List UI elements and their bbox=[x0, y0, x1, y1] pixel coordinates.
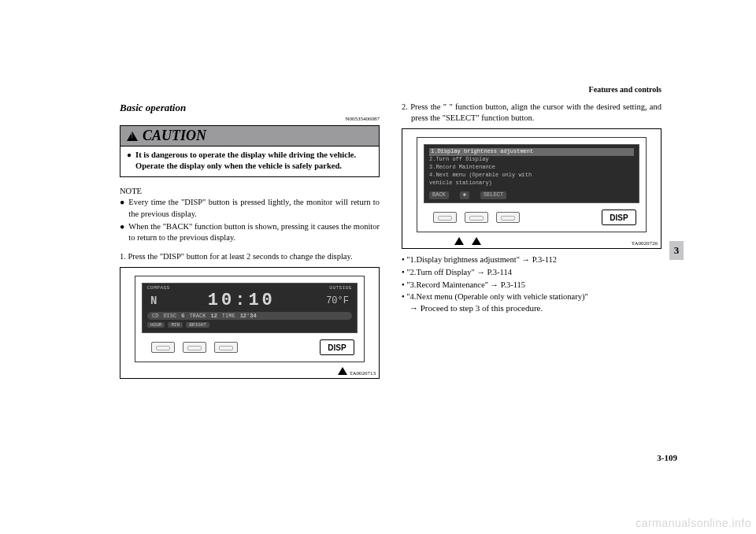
clock-time: 10:10 bbox=[208, 291, 276, 310]
section-header: Features and controls bbox=[120, 85, 662, 94]
section-title: Basic operation bbox=[120, 102, 380, 114]
note-list: ●Every time the "DISP" button is pressed… bbox=[120, 197, 380, 243]
menu-item: 3.Record Maintenance bbox=[429, 164, 634, 172]
soft-button[interactable] bbox=[214, 342, 238, 353]
left-column: Basic operation N00535400087 CAUTION ● I… bbox=[120, 102, 380, 384]
caution-label: CAUTION bbox=[143, 128, 206, 144]
soft-button[interactable] bbox=[465, 212, 488, 223]
arrow-up-icon bbox=[454, 237, 464, 245]
step-2: 2. Press the " " function button, align … bbox=[402, 102, 662, 124]
arrow-indicator bbox=[135, 364, 365, 375]
ref-item: "1.Display brightness adjustment" → P.3-… bbox=[402, 254, 662, 266]
ref-item: "4.Next menu (Operable only with vehicle… bbox=[402, 291, 662, 303]
figure-1: COMPASS OUTSIDE N 10:10 70°F CD DISC6 TR… bbox=[120, 267, 380, 379]
arrow-up-icon bbox=[338, 367, 347, 375]
softkey-labels: HOUR MIN BRIGHT bbox=[143, 321, 357, 328]
compass-label: COMPASS bbox=[147, 285, 170, 291]
menu-softkeys: BACK ◆ SELECT bbox=[429, 191, 634, 199]
watermark: carmanualsonline.info bbox=[636, 517, 751, 529]
caution-body: ● It is dangerous to operate the display… bbox=[120, 146, 379, 176]
button-row: DISP bbox=[142, 339, 358, 355]
note-item: ●When the "BACK" function button is show… bbox=[120, 221, 380, 243]
figure-id: TA0020726 bbox=[632, 240, 658, 247]
doc-code: N00535400087 bbox=[120, 116, 380, 122]
ref-item: "2.Turn off Display" → P.3-114 bbox=[402, 266, 662, 279]
chapter-tab: 3 bbox=[669, 241, 684, 260]
caution-text: It is dangerous to operate the display w… bbox=[135, 150, 372, 172]
soft-button[interactable] bbox=[433, 212, 457, 223]
figure-2: 1.Display brightness adjustment 2.Turn o… bbox=[402, 128, 662, 249]
right-column: 2. Press the " " function button, align … bbox=[402, 102, 662, 384]
figure-id: TA0020713 bbox=[350, 370, 376, 376]
arrow-indicators bbox=[417, 234, 647, 245]
soft-button[interactable] bbox=[151, 342, 175, 353]
soft-button[interactable] bbox=[183, 342, 206, 353]
nav-arrows-icon: ◆ bbox=[460, 191, 469, 199]
caution-header: CAUTION bbox=[120, 126, 379, 146]
reference-list: "1.Display brightness adjustment" → P.3-… bbox=[402, 254, 662, 303]
two-column-layout: Basic operation N00535400087 CAUTION ● I… bbox=[120, 102, 662, 384]
menu-item: 4.Next menu (Operable only with bbox=[429, 172, 634, 180]
caution-box: CAUTION ● It is dangerous to operate the… bbox=[120, 125, 380, 177]
compass-direction: N bbox=[150, 295, 157, 307]
disp-button[interactable]: DISP bbox=[602, 210, 636, 225]
soft-button[interactable] bbox=[496, 212, 520, 223]
menu-item: vehicle stationary) bbox=[429, 180, 634, 187]
menu-screen: 1.Display brightness adjustment 2.Turn o… bbox=[424, 144, 639, 203]
select-label: SELECT bbox=[480, 191, 506, 199]
cd-info-row: CD DISC6 TRACK12 TIME12'34 bbox=[147, 312, 352, 320]
manual-page: Features and controls Basic operation N0… bbox=[120, 85, 662, 384]
note-label: NOTE bbox=[120, 187, 380, 195]
step-1: 1. Press the "DISP" button for at least … bbox=[120, 251, 380, 262]
button-row: DISP bbox=[424, 210, 639, 225]
display-device: 1.Display brightness adjustment 2.Turn o… bbox=[417, 137, 647, 232]
menu-item: 2.Turn off Display bbox=[429, 156, 634, 164]
outside-temp: 70°F bbox=[326, 295, 349, 306]
back-label: BACK bbox=[429, 191, 449, 199]
ref-subtext: → Proceed to step 3 of this procedure. bbox=[402, 303, 662, 313]
device-screen: COMPASS OUTSIDE N 10:10 70°F CD DISC6 TR… bbox=[142, 283, 358, 333]
disp-button[interactable]: DISP bbox=[320, 339, 354, 355]
note-item: ●Every time the "DISP" button is pressed… bbox=[120, 197, 380, 219]
arrow-up-icon bbox=[472, 237, 481, 245]
outside-label: OUTSIDE bbox=[329, 285, 352, 291]
page-number: 3-109 bbox=[657, 453, 677, 462]
warning-triangle-icon bbox=[127, 132, 138, 141]
display-device: COMPASS OUTSIDE N 10:10 70°F CD DISC6 TR… bbox=[135, 276, 365, 362]
menu-item-selected: 1.Display brightness adjustment bbox=[429, 148, 634, 156]
ref-item: "3.Record Maintenance" → P.3-115 bbox=[402, 279, 662, 291]
bullet-icon: ● bbox=[127, 150, 132, 172]
